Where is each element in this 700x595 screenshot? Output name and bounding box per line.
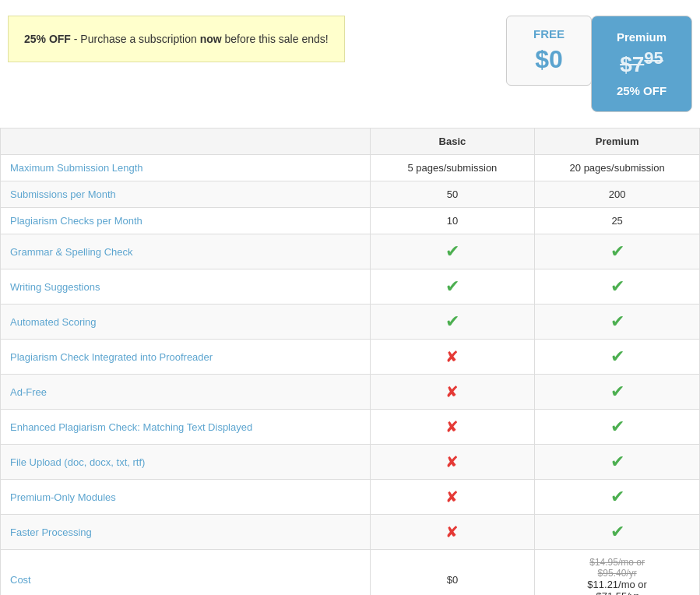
cross-icon: ✘ <box>445 488 459 505</box>
check-icon: ✔ <box>610 487 624 506</box>
cost-new-1: $11.21/mo or <box>544 579 690 590</box>
cross-icon: ✘ <box>445 453 459 470</box>
feature-cell: Faster Processing <box>1 515 371 550</box>
promo-text: 25% OFF - Purchase a subscription now be… <box>24 33 329 45</box>
table-row: Writing Suggestions✔✔ <box>1 269 700 305</box>
feature-cell: Plagiarism Checks per Month <box>1 208 371 234</box>
premium-cell: ✔ <box>535 269 700 305</box>
table-row: Cost$0 $14.95/mo or $95.40/yr $11.21/mo … <box>1 550 700 595</box>
table-row: Grammar & Spelling Check✔✔ <box>1 234 700 269</box>
premium-cell: ✔ <box>535 340 700 375</box>
feature-label: Plagiarism Check Integrated into Proofre… <box>10 351 213 363</box>
feature-cell: Plagiarism Check Integrated into Proofre… <box>1 340 371 375</box>
col-basic: Basic <box>370 129 535 155</box>
premium-cell: ✔ <box>535 515 700 550</box>
basic-cell: ✘ <box>370 375 535 410</box>
feature-label: Premium-Only Modules <box>10 491 116 503</box>
feature-cell: Writing Suggestions <box>1 269 371 305</box>
promo-box: 25% OFF - Purchase a subscription now be… <box>8 16 345 62</box>
cross-icon: ✘ <box>445 383 459 400</box>
premium-plan-card[interactable]: Premium $795 25% OFF <box>591 16 692 112</box>
basic-cell: $0 <box>370 550 535 595</box>
check-icon: ✔ <box>610 276 624 296</box>
feature-label: File Upload (doc, docx, txt, rtf) <box>10 456 145 468</box>
basic-cell: ✘ <box>370 515 535 550</box>
feature-label: Faster Processing <box>10 526 92 538</box>
feature-cell: Premium-Only Modules <box>1 480 371 515</box>
check-icon: ✔ <box>445 312 459 331</box>
feature-label: Submissions per Month <box>10 188 116 200</box>
feature-cell: Grammar & Spelling Check <box>1 234 371 269</box>
check-icon: ✔ <box>445 241 459 261</box>
basic-cell: ✘ <box>370 445 535 480</box>
cost-old-2: $95.40/yr <box>544 568 690 579</box>
feature-cell: Cost <box>1 550 371 595</box>
comparison-table: Basic Premium Maximum Submission Length5… <box>0 128 700 595</box>
check-icon: ✔ <box>445 276 459 296</box>
table-row: Submissions per Month50200 <box>1 181 700 208</box>
premium-plan-price: $795 <box>609 48 674 78</box>
feature-cell: File Upload (doc, docx, txt, rtf) <box>1 445 371 480</box>
table-row: Faster Processing✘✔ <box>1 515 700 550</box>
premium-plan-discount: 25% OFF <box>609 84 674 97</box>
table-row: Plagiarism Checks per Month1025 <box>1 208 700 234</box>
cross-icon: ✘ <box>445 418 459 435</box>
basic-cell: ✔ <box>370 305 535 340</box>
table-row: File Upload (doc, docx, txt, rtf)✘✔ <box>1 445 700 480</box>
free-plan-price: $0 <box>521 45 577 74</box>
premium-cell: 25 <box>535 208 700 234</box>
feature-label: Writing Suggestions <box>10 281 100 293</box>
top-section: 25% OFF - Purchase a subscription now be… <box>0 0 700 120</box>
table-row: Automated Scoring✔✔ <box>1 305 700 340</box>
cost-old-1: $14.95/mo or <box>544 557 690 568</box>
basic-cell: ✘ <box>370 410 535 445</box>
premium-price-cents: 95 <box>644 48 663 68</box>
col-premium: Premium <box>535 129 700 155</box>
check-icon: ✔ <box>610 241 624 261</box>
feature-cell: Automated Scoring <box>1 305 371 340</box>
check-icon: ✔ <box>610 312 624 331</box>
table-row: Ad-Free✘✔ <box>1 375 700 410</box>
check-icon: ✔ <box>610 417 624 436</box>
premium-cell: ✔ <box>535 410 700 445</box>
feature-cell: Submissions per Month <box>1 181 371 208</box>
free-plan-card[interactable]: FREE $0 <box>506 16 592 86</box>
feature-cell: Maximum Submission Length <box>1 155 371 181</box>
basic-cell: ✘ <box>370 340 535 375</box>
basic-cell: 10 <box>370 208 535 234</box>
feature-label: Plagiarism Checks per Month <box>10 215 142 227</box>
basic-cell: ✔ <box>370 269 535 305</box>
feature-label: Enhanced Plagiarism Check: Matching Text… <box>10 421 252 433</box>
feature-label: Maximum Submission Length <box>10 162 143 174</box>
feature-label: Automated Scoring <box>10 316 97 328</box>
check-icon: ✔ <box>610 347 624 366</box>
table-row: Premium-Only Modules✘✔ <box>1 480 700 515</box>
feature-cell: Ad-Free <box>1 375 371 410</box>
basic-cell: 50 <box>370 181 535 208</box>
table-row: Maximum Submission Length5 pages/submiss… <box>1 155 700 181</box>
feature-label: Grammar & Spelling Check <box>10 246 133 258</box>
feature-label: Cost <box>10 574 31 586</box>
table-header-row: Basic Premium <box>1 129 700 155</box>
premium-cell: ✔ <box>535 375 700 410</box>
premium-cell: 20 pages/submission <box>535 155 700 181</box>
basic-cell: 5 pages/submission <box>370 155 535 181</box>
cross-icon: ✘ <box>445 523 459 540</box>
free-plan-name: FREE <box>521 27 577 40</box>
check-icon: ✔ <box>610 522 624 541</box>
table-row: Plagiarism Check Integrated into Proofre… <box>1 340 700 375</box>
premium-plan-name: Premium <box>609 30 674 44</box>
feature-label: Ad-Free <box>10 386 47 398</box>
premium-cell: ✔ <box>535 480 700 515</box>
premium-cell: ✔ <box>535 305 700 340</box>
promo-off: 25% OFF <box>24 33 71 45</box>
premium-cell: ✔ <box>535 234 700 269</box>
premium-price-main: $7 <box>620 52 644 76</box>
cost-new-2: $71.55/yr <box>544 590 690 595</box>
cross-icon: ✘ <box>445 348 459 365</box>
col-feature <box>1 129 371 155</box>
premium-price-strikethrough: $795 <box>620 52 663 76</box>
plan-cards: FREE $0 Premium $795 25% OFF <box>506 16 692 112</box>
basic-cell: ✔ <box>370 234 535 269</box>
check-icon: ✔ <box>610 382 624 401</box>
